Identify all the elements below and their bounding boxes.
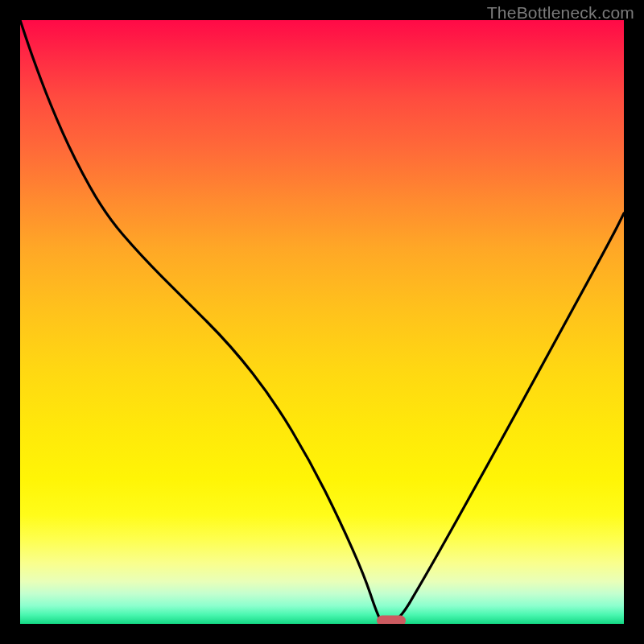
optimal-point-marker [377,615,406,624]
plot-area [20,20,624,624]
bottleneck-curve [20,20,624,624]
chart-frame: TheBottleneck.com [0,0,644,644]
